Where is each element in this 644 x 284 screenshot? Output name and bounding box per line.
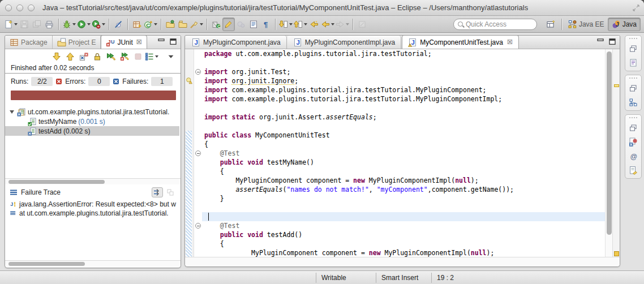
quick-access-input[interactable]: Quick Access [453,19,537,30]
code-line[interactable]: @Test [202,149,605,158]
code-line[interactable]: MyPluginComponent component = new MyPlug… [202,248,605,257]
prev-annotation-button[interactable] [293,18,308,31]
fold-collapse-icon[interactable] [195,150,201,156]
test-tree-row[interactable]: testAdd (0.002 s) [5,126,179,136]
code-line[interactable]: } [202,194,605,203]
scrollbar-thumb[interactable] [8,180,105,184]
dropdown-arrow-icon[interactable] [331,23,334,25]
debug-button[interactable] [62,18,76,31]
dropdown-arrow-icon[interactable] [155,55,158,58]
code-line[interactable]: package ut.com.example.plugins.tutorial.… [202,49,605,58]
test-tree-row[interactable]: ut.com.example.plugins.tutorial.jira.tes… [5,107,179,117]
rerun-failed-first-button[interactable] [118,50,131,63]
perspective-java-ee[interactable]: Java EE [565,18,608,31]
editor-horizontal-scrollbar[interactable] [185,257,620,266]
maximize-editor-icon[interactable] [609,38,616,45]
code-area[interactable]: package ut.com.example.plugins.tutorial.… [202,49,605,257]
annotation-ruler[interactable] [185,49,194,257]
new-java-project-button[interactable] [131,18,143,31]
minimize-editor-icon[interactable] [597,38,604,45]
code-line[interactable]: public void testMyName() [202,158,605,167]
last-edit-location-button[interactable] [308,18,320,31]
warning-marker[interactable] [614,84,619,87]
overview-ruler[interactable] [612,49,620,257]
mark-occurrences-button[interactable] [222,18,235,31]
previous-failed-test-button[interactable] [64,50,76,63]
close-icon[interactable]: ☒ [507,38,513,46]
drag-handle[interactable] [629,116,637,119]
close-window-icon[interactable] [5,5,12,11]
expand-caret-icon[interactable] [10,110,14,114]
code-line[interactable]: import com.example.plugins.tutorial.jira… [202,94,605,104]
view-tab-package[interactable]: Package [5,36,53,49]
code-line[interactable] [202,58,605,67]
dropdown-arrow-icon[interactable] [154,23,157,25]
code-line[interactable]: { [202,140,605,149]
run-button[interactable] [76,18,91,31]
print-button[interactable] [43,18,55,31]
zoom-window-icon[interactable] [28,5,35,11]
code-line[interactable]: import org.junit.Ignore; [202,76,605,85]
failure-trace-line[interactable]: Jjava.lang.AssertionError: Result expect… [5,200,181,209]
dropdown-arrow-icon[interactable] [102,23,105,25]
code-line[interactable]: MyPluginComponent component = new MyPlug… [202,176,605,185]
perspective-java[interactable]: JJava [608,18,641,31]
dropdown-arrow-icon[interactable] [72,23,76,25]
code-line[interactable]: assertEquals("names do not match!", "myC… [202,185,605,194]
minimize-view-icon[interactable] [158,38,165,45]
minimize-window-icon[interactable] [16,5,23,11]
fold-collapse-icon[interactable] [195,69,201,75]
fullscreen-icon[interactable] [633,5,639,11]
view-tab-project-e[interactable]: Project E [53,36,101,49]
dropdown-arrow-icon[interactable] [200,23,203,25]
code-line[interactable]: import com.example.plugins.tutorial.jira… [202,85,605,94]
code-line[interactable] [202,122,605,131]
restore-view-button[interactable] [627,122,639,134]
show-failures-only-button[interactable] [78,50,90,63]
show-trace-in-console-icon[interactable] [152,187,163,197]
show-source-button[interactable] [247,18,260,31]
annotation-summary-icon[interactable] [614,251,619,256]
editor-tab-myplugincomponentimpl-java[interactable]: JMyPluginComponentImpl.java [287,36,401,49]
test-hierarchy-button[interactable] [145,50,158,63]
drag-handle[interactable] [629,37,637,40]
code-line[interactable]: @Test [202,221,605,230]
dropdown-arrow-icon[interactable] [289,23,293,25]
code-line[interactable]: { [202,239,605,248]
code-line[interactable] [202,203,605,212]
failure-trace-line[interactable]: at ut.com.example.plugins.tutorial.jira.… [5,209,181,218]
view-menu-button[interactable] [165,50,177,63]
code-line[interactable]: { [202,167,605,176]
test-tree-row[interactable]: testMyName (0.001 s) [5,117,179,126]
scrollbar-thumb[interactable] [607,51,612,235]
show-whitespace-button[interactable]: ¶ [260,18,272,31]
compare-result-icon[interactable] [165,187,176,197]
folding-column[interactable] [194,49,202,257]
annotations-view-button[interactable]: @ [627,150,639,162]
next-failed-test-button[interactable] [50,50,63,63]
search-button[interactable] [189,18,204,31]
dropdown-arrow-icon[interactable] [304,23,307,25]
focus-task-button[interactable]: C [210,18,222,31]
editor-tab-mycomponentunittest-java[interactable]: JMyComponentUnitTest.java☒ [402,35,519,49]
dropdown-arrow-icon[interactable] [14,23,18,25]
dropdown-arrow-icon[interactable] [346,23,349,25]
junit-view-button[interactable] [627,136,639,148]
restore-view-button[interactable] [627,43,639,54]
new-class-button[interactable]: C [143,18,158,31]
run-external-button[interactable] [91,18,106,31]
next-annotation-button[interactable] [278,18,293,31]
view-tab-junit[interactable]: JUJUnit☒ [101,35,147,49]
current-line[interactable] [202,212,605,221]
outline-view-button[interactable] [627,57,639,68]
scroll-lock-button[interactable] [91,50,104,63]
maximize-view-icon[interactable] [170,38,177,45]
drag-handle[interactable] [629,76,637,80]
tasks-view-button[interactable] [627,165,639,176]
code-line[interactable] [202,104,605,113]
close-icon[interactable]: ☒ [136,38,142,46]
warning-lightbulb-icon[interactable] [186,77,194,85]
type-hierarchy-view-button[interactable] [627,97,639,108]
dropdown-arrow-icon[interactable] [87,23,91,25]
back-button[interactable] [320,18,335,31]
